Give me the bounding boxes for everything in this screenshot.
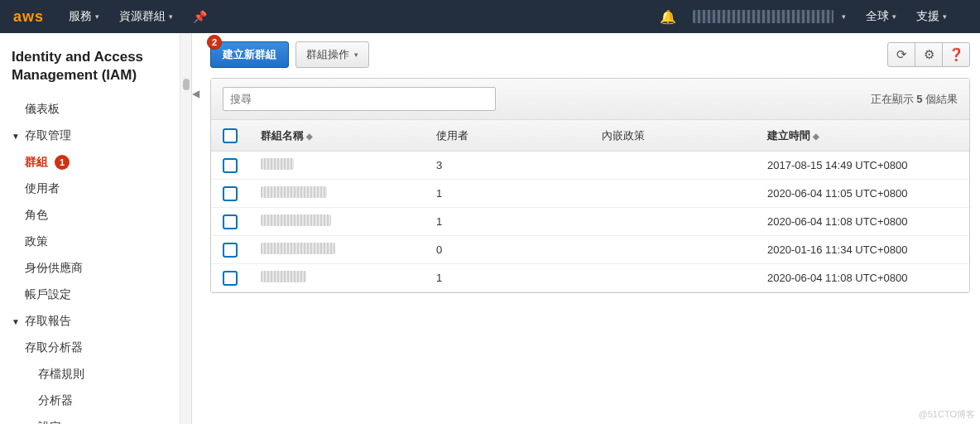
sidebar-item-analyzer-sub[interactable]: 分析器 <box>0 388 191 414</box>
groups-panel: 正在顯示 5 個結果 群組名稱◆ 使用者 內嵌政策 建立時間◆ 32017-08… <box>210 78 970 293</box>
cell-group-name[interactable] <box>249 186 425 200</box>
cell-created: 2020-01-16 11:34 UTC+0800 <box>756 243 969 256</box>
caret-down-icon: ▼ <box>12 317 20 326</box>
nav-account[interactable]: ▾ <box>693 10 846 23</box>
table-row[interactable]: 12020-06-04 11:08 UTC+0800 <box>211 208 969 236</box>
main-content: 2 建立新群組 群組操作▾ ⟳ ⚙ ❓ 正在顯示 5 個結果 群組名稱◆ 使用者… <box>205 33 980 424</box>
cell-users: 1 <box>425 272 590 284</box>
col-header-policies[interactable]: 內嵌政策 <box>590 128 756 143</box>
sidebar-item-idp[interactable]: 身份供應商 <box>0 255 191 282</box>
chevron-down-icon: ▾ <box>95 12 99 21</box>
toolbar-icon-group: ⟳ ⚙ ❓ <box>887 42 970 67</box>
row-checkbox[interactable] <box>223 243 238 258</box>
cell-users: 3 <box>425 159 590 171</box>
chevron-down-icon: ▾ <box>892 12 896 21</box>
sidebar-item-archive-rules[interactable]: 存檔規則 <box>0 361 191 388</box>
table-row[interactable]: 32017-08-15 14:49 UTC+0800 <box>211 152 969 180</box>
nav-region[interactable]: 全球▾ <box>866 9 896 24</box>
sidebar-section-reports[interactable]: ▼存取報告 <box>0 308 191 335</box>
nav-support[interactable]: 支援▾ <box>916 9 947 24</box>
help-button[interactable]: ❓ <box>942 42 970 67</box>
refresh-icon: ⟳ <box>896 47 907 62</box>
sidebar-item-roles[interactable]: 角色 <box>0 202 191 229</box>
caret-down-icon: ▼ <box>12 132 20 141</box>
chevron-down-icon: ▾ <box>943 12 947 21</box>
redacted-name <box>261 243 335 254</box>
cell-created: 2017-08-15 14:49 UTC+0800 <box>756 159 969 171</box>
group-actions-button[interactable]: 群組操作▾ <box>295 41 369 68</box>
sidebar-item-account-settings[interactable]: 帳戶設定 <box>0 282 191 308</box>
annotation-badge-1: 1 <box>55 155 70 170</box>
sidebar: Identity and Access Management (IAM) 儀表板… <box>0 33 192 424</box>
row-checkbox[interactable] <box>223 214 238 229</box>
sidebar-collapse-handle[interactable]: ◀ <box>192 33 205 424</box>
create-group-button[interactable]: 2 建立新群組 <box>210 41 289 68</box>
toolbar: 2 建立新群組 群組操作▾ ⟳ ⚙ ❓ <box>210 41 970 68</box>
sidebar-scrollbar[interactable] <box>180 33 191 424</box>
cell-created: 2020-06-04 11:08 UTC+0800 <box>756 272 969 284</box>
chevron-down-icon: ▾ <box>169 12 173 21</box>
nav-resource-groups[interactable]: 資源群組▾ <box>119 9 173 24</box>
search-input[interactable] <box>223 87 496 111</box>
cell-created: 2020-06-04 11:08 UTC+0800 <box>756 215 969 228</box>
service-title: Identity and Access Management (IAM) <box>0 48 191 96</box>
annotation-badge-2: 2 <box>207 35 222 50</box>
cell-users: 1 <box>425 187 590 200</box>
settings-button[interactable]: ⚙ <box>915 42 943 67</box>
sidebar-item-dashboard[interactable]: 儀表板 <box>0 96 191 123</box>
cell-users: 1 <box>425 215 590 228</box>
sidebar-item-policies[interactable]: 政策 <box>0 229 191 255</box>
table-row[interactable]: 12020-06-04 11:08 UTC+0800 <box>211 264 969 292</box>
chevron-down-icon: ▾ <box>842 12 846 21</box>
refresh-button[interactable]: ⟳ <box>887 42 915 67</box>
help-icon: ❓ <box>949 47 964 62</box>
sidebar-item-settings[interactable]: 設定 <box>0 414 191 424</box>
result-count-text: 正在顯示 5 個結果 <box>871 92 958 107</box>
sidebar-section-access[interactable]: ▼存取管理 <box>0 123 191 149</box>
redacted-name <box>261 214 331 226</box>
sort-icon: ◆ <box>306 132 313 141</box>
account-name-redacted <box>693 10 833 23</box>
sidebar-item-groups[interactable]: 群組1 <box>0 149 191 176</box>
cell-group-name[interactable] <box>249 158 425 172</box>
redacted-name <box>261 186 327 198</box>
sidebar-item-analyzer[interactable]: 存取分析器 <box>0 335 191 361</box>
gear-icon: ⚙ <box>924 47 934 62</box>
select-all-checkbox[interactable] <box>223 128 238 143</box>
table-header: 群組名稱◆ 使用者 內嵌政策 建立時間◆ <box>211 120 969 152</box>
col-header-users[interactable]: 使用者 <box>425 128 590 143</box>
row-checkbox[interactable] <box>223 271 238 286</box>
row-checkbox[interactable] <box>223 158 238 173</box>
row-checkbox[interactable] <box>223 186 238 201</box>
table-row[interactable]: 12020-06-04 11:05 UTC+0800 <box>211 180 969 208</box>
redacted-name <box>261 271 306 282</box>
table-row[interactable]: 02020-01-16 11:34 UTC+0800 <box>211 236 969 264</box>
cell-users: 0 <box>425 243 590 256</box>
cell-group-name[interactable] <box>249 271 425 285</box>
cell-group-name[interactable] <box>249 214 425 229</box>
cell-created: 2020-06-04 11:05 UTC+0800 <box>756 187 969 200</box>
nav-services[interactable]: 服務▾ <box>69 9 99 24</box>
cell-group-name[interactable] <box>249 243 425 257</box>
chevron-down-icon: ▾ <box>354 51 358 59</box>
aws-logo: aws <box>13 8 44 26</box>
col-header-created[interactable]: 建立時間◆ <box>756 128 969 143</box>
top-nav: aws 服務▾ 資源群組▾ 📌 🔔 ▾ 全球▾ 支援▾ <box>0 0 980 33</box>
bell-icon[interactable]: 🔔 <box>660 9 676 25</box>
panel-header: 正在顯示 5 個結果 <box>211 79 969 120</box>
col-header-name[interactable]: 群組名稱◆ <box>249 128 425 143</box>
sidebar-item-users[interactable]: 使用者 <box>0 176 191 202</box>
sort-icon: ◆ <box>813 132 819 141</box>
pin-icon[interactable]: 📌 <box>193 10 207 23</box>
redacted-name <box>261 158 294 170</box>
watermark: @51CTO博客 <box>919 408 975 421</box>
